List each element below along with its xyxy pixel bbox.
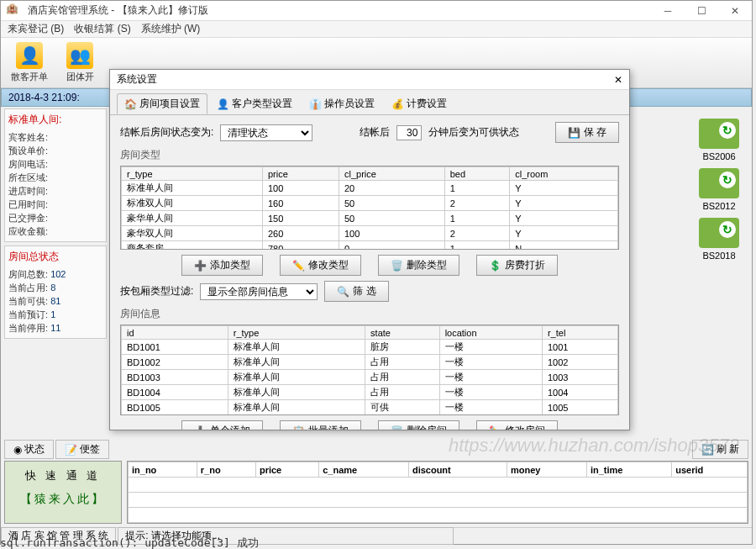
roomtype-action-button[interactable]: ➕添加类型 (181, 255, 263, 276)
col-header[interactable]: r_type (228, 326, 365, 340)
guest-field: 宾客姓名: (8, 130, 102, 144)
col-header[interactable]: id (122, 326, 228, 340)
roominfo-action-button[interactable]: 🗑️删除房间 (378, 420, 459, 430)
table-row[interactable]: 商务套房78001N (122, 241, 618, 251)
guest-field: 进店时间: (8, 184, 102, 198)
dialog-title: 系统设置 (117, 72, 614, 87)
refresh-icon: 🔄 (701, 444, 714, 456)
table-row[interactable]: BD1001标准单人间脏房一楼1001 (122, 340, 618, 355)
refresh-button[interactable]: 🔄刷 新 (692, 440, 748, 459)
std-room-title: 标准单人间: (8, 113, 102, 127)
room-tile[interactable]: BS2012 (699, 168, 739, 211)
dialog-close-button[interactable]: ✕ (614, 74, 622, 86)
col-header[interactable]: location (439, 326, 542, 340)
status-row: 当前可供: 81 (8, 294, 102, 308)
menu-system[interactable]: 系统维护 (W) (141, 22, 201, 36)
roominfo-action-button[interactable]: ➕单个添加 (181, 420, 263, 430)
action-icon: ✏️ (489, 425, 501, 430)
col-header[interactable]: userid (672, 462, 748, 478)
window-title: 酒店宾馆管理系统 - 【猿来入此】修订版 (28, 3, 651, 18)
after-label-1: 结帐后 (360, 125, 390, 140)
col-header[interactable]: r_tel (542, 326, 617, 340)
roominfo-action-button[interactable]: 📋批量添加 (280, 420, 361, 430)
tab-operator[interactable]: 👔操作员设置 (302, 93, 382, 114)
col-header[interactable]: c_name (319, 462, 409, 478)
col-header[interactable]: cl_room (510, 167, 618, 181)
guest-field: 预设单价: (8, 144, 102, 157)
col-header[interactable]: discount (408, 462, 507, 478)
guest-info-panel: 标准单人间: 宾客姓名:预设单价:房间电话:所在区域:进店时间:已用时间:已交押… (4, 108, 107, 242)
table-row[interactable]: BD1004标准单人间占用一楼1004 (122, 385, 618, 400)
room-icon (699, 119, 739, 149)
roomtype-action-button[interactable]: 🗑️删除类型 (378, 255, 459, 276)
roomtype-action-button[interactable]: ✏️修改类型 (280, 255, 361, 276)
guest-field: 所在区域: (8, 171, 102, 184)
operator-icon: 👔 (309, 98, 322, 110)
table-row[interactable]: 豪华单人间150501Y (122, 211, 618, 226)
table-row[interactable]: BD1006标准单人间占用一楼1006 (122, 415, 618, 416)
checkin-table[interactable]: in_nor_nopricec_namediscountmoneyin_time… (127, 461, 748, 524)
action-icon: ➕ (194, 260, 207, 272)
table-row[interactable]: 标准双人间160502Y (122, 196, 618, 211)
minimize-button[interactable]: ─ (651, 1, 685, 21)
room-tile[interactable]: BS2006 (699, 119, 739, 161)
tab-status[interactable]: ◉状态 (4, 440, 54, 459)
status-row: 房间总数: 102 (8, 267, 102, 281)
guest-field: 应收金额: (8, 224, 102, 238)
action-icon: 💲 (489, 260, 501, 272)
col-header[interactable]: in_time (586, 462, 671, 478)
roominfo-grid[interactable]: idr_typestatelocationr_telBD1001标准单人间脏房一… (120, 325, 619, 415)
tab-billing[interactable]: 💰计费设置 (384, 93, 454, 114)
action-icon: 🗑️ (391, 260, 403, 272)
roomtype-action-button[interactable]: 💲房费打折 (476, 255, 558, 276)
roomtype-section-label: 房间类型 (120, 148, 619, 162)
status-row: 当前停用: 11 (8, 321, 102, 335)
filter-select[interactable]: 显示全部房间信息 (200, 283, 318, 300)
tool-group-checkin[interactable]: 👥 团体开 (55, 42, 105, 83)
table-row[interactable]: BD1002标准单人间占用一楼1002 (122, 355, 618, 370)
col-header[interactable]: state (365, 326, 440, 340)
room-tile[interactable]: BS2018 (699, 218, 739, 261)
filter-button[interactable]: 🔍筛 选 (324, 281, 388, 302)
table-row[interactable]: 豪华双人间2601002Y (122, 226, 618, 241)
minutes-input[interactable] (396, 125, 422, 140)
app-icon: 🏨 (6, 3, 23, 19)
save-button[interactable]: 💾保 存 (555, 122, 619, 143)
room-icon (699, 218, 739, 248)
col-header[interactable]: money (507, 462, 586, 478)
menu-guest[interactable]: 来宾登记 (B) (8, 22, 64, 36)
col-header[interactable]: price (255, 462, 318, 478)
roominfo-action-button[interactable]: ✏️修改房间 (476, 420, 558, 430)
table-row[interactable]: 标准单人间100201Y (122, 181, 618, 196)
action-icon: ➕ (194, 425, 207, 430)
col-header[interactable]: cl_price (339, 167, 445, 181)
roominfo-section-label: 房间信息 (120, 307, 619, 321)
system-settings-dialog: 系统设置 ✕ 🏠房间项目设置 👤客户类型设置 👔操作员设置 💰计费设置 结帐后房… (109, 69, 630, 430)
col-header[interactable]: price (262, 167, 339, 181)
col-header[interactable]: in_no (129, 462, 197, 478)
quick-title: 快 速 通 道 (8, 465, 118, 487)
checkout-state-select[interactable]: 清理状态 (220, 124, 312, 141)
tab-room-settings[interactable]: 🏠房间项目设置 (117, 93, 207, 114)
maximize-button[interactable]: ☐ (685, 1, 718, 21)
col-header[interactable]: r_type (122, 167, 263, 181)
col-header[interactable]: bed (444, 167, 509, 181)
close-button[interactable]: ✕ (718, 1, 752, 21)
menu-cashier[interactable]: 收银结算 (S) (74, 22, 130, 36)
checkout-state-label: 结帐后房间状态变为: (120, 125, 213, 140)
table-row[interactable]: BD1005标准单人间可供一楼1005 (122, 400, 618, 415)
action-icon: 📋 (292, 425, 305, 430)
tab-notes[interactable]: 📝便签 (55, 440, 109, 459)
filter-label: 按包厢类型过滤: (120, 284, 193, 298)
save-icon: 💾 (568, 127, 580, 139)
note-icon: 📝 (65, 444, 77, 456)
roomtype-grid[interactable]: r_typepricecl_pricebedcl_room标准单人间100201… (120, 166, 619, 250)
tab-customer-type[interactable]: 👤客户类型设置 (209, 93, 300, 114)
tool-single-checkin[interactable]: 👤 散客开单 (4, 42, 55, 83)
table-row[interactable]: BD1003标准单人间占用一楼1003 (122, 370, 618, 385)
col-header[interactable]: r_no (197, 462, 255, 478)
guest-field: 房间电话: (8, 157, 102, 171)
guest-field: 已交押金: (8, 211, 102, 224)
quick-subtitle: 【猿来入此】 (8, 487, 118, 512)
room-status-panel: 房间总状态 房间总数: 102当前占用: 8当前可供: 81当前预订: 1当前停… (4, 245, 107, 339)
